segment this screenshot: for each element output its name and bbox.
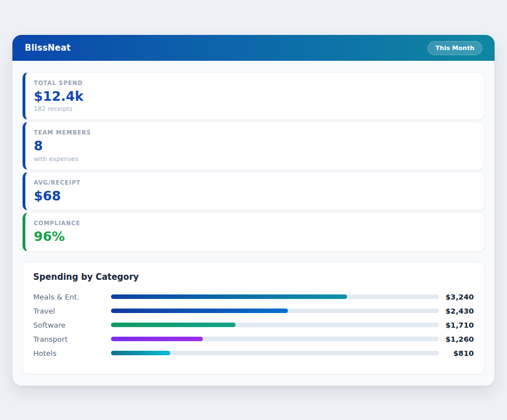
- stat-value: $68: [34, 189, 474, 203]
- chart-value-label: $2,430: [439, 307, 474, 315]
- stat-card: AVG/RECEIPT$68: [23, 172, 484, 211]
- chart-value-label: $810: [439, 349, 474, 358]
- period-badge[interactable]: This Month: [428, 41, 482, 55]
- chart-category-label: Meals & Ent.: [33, 293, 111, 301]
- stat-subtitle: 182 receipts: [34, 105, 474, 113]
- chart-row: Transport$1,260: [33, 332, 474, 346]
- stat-label: TEAM MEMBERS: [34, 129, 474, 136]
- dashboard-container: BlissNeat This Month TOTAL SPEND$12.4k18…: [12, 35, 495, 386]
- chart-bar-track: [111, 309, 439, 313]
- chart-row: Software$1,710: [33, 318, 474, 332]
- chart-row: Meals & Ent.$3,240: [33, 290, 474, 304]
- chart-bar-fill: [111, 351, 170, 355]
- stat-subtitle: with expenses: [34, 155, 474, 163]
- chart-bar-track: [111, 337, 439, 341]
- chart-bar-fill: [111, 309, 288, 313]
- chart-value-label: $3,240: [439, 293, 474, 301]
- chart-rows: Meals & Ent.$3,240Travel$2,430Software$1…: [33, 290, 474, 360]
- chart-bar-fill: [111, 323, 235, 327]
- stats-list: TOTAL SPEND$12.4k182 receiptsTEAM MEMBER…: [23, 72, 484, 252]
- chart-row: Hotels$810: [33, 346, 474, 360]
- stat-value: 8: [34, 138, 474, 153]
- stat-card: TOTAL SPEND$12.4k182 receipts: [23, 72, 484, 120]
- chart-value-label: $1,710: [439, 321, 474, 329]
- spending-chart-card: Spending by Category Meals & Ent.$3,240T…: [23, 262, 484, 374]
- chart-category-label: Travel: [33, 307, 111, 315]
- chart-category-label: Hotels: [33, 349, 111, 358]
- chart-title: Spending by Category: [33, 272, 474, 282]
- stat-label: COMPLIANCE: [34, 220, 474, 226]
- chart-bar-track: [111, 294, 439, 299]
- stat-value: 96%: [34, 229, 474, 244]
- stat-label: TOTAL SPEND: [34, 80, 474, 86]
- chart-category-label: Transport: [33, 335, 111, 343]
- stat-card: TEAM MEMBERS8with expenses: [23, 122, 484, 169]
- stat-card: COMPLIANCE96%: [23, 212, 484, 251]
- app-header: BlissNeat This Month: [12, 35, 495, 61]
- chart-value-label: $1,260: [439, 335, 474, 343]
- chart-category-label: Software: [33, 321, 111, 329]
- chart-bar-track: [111, 323, 439, 327]
- chart-bar-track: [111, 351, 439, 355]
- app-title: BlissNeat: [25, 43, 70, 53]
- stat-label: AVG/RECEIPT: [34, 180, 474, 186]
- chart-row: Travel$2,430: [33, 304, 474, 318]
- dashboard-content: TOTAL SPEND$12.4k182 receiptsTEAM MEMBER…: [12, 61, 495, 374]
- stat-value: $12.4k: [34, 89, 474, 104]
- chart-bar-fill: [111, 294, 347, 299]
- chart-bar-fill: [111, 337, 203, 341]
